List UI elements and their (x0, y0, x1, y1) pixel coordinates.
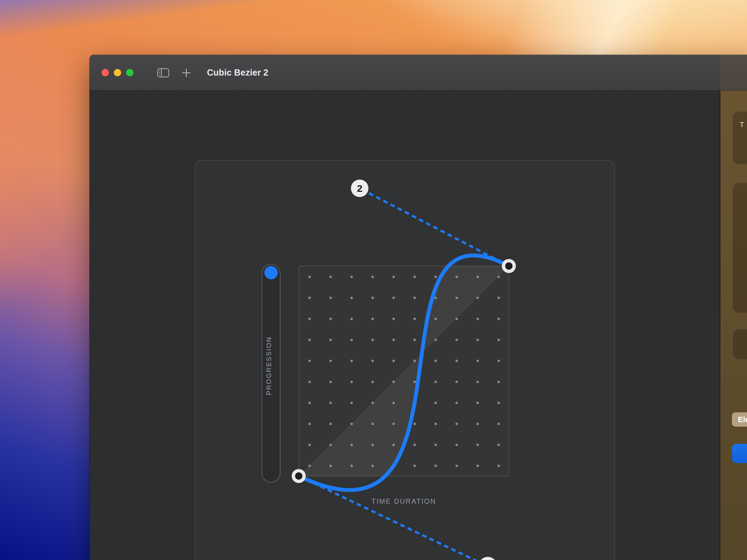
traffic-light-close[interactable] (102, 69, 109, 76)
grid-dot (477, 297, 479, 299)
app-window: Cubic Bezier 2 PROGRESSION (90, 55, 747, 560)
traffic-light-minimize[interactable] (114, 69, 121, 76)
grid-dot (372, 444, 374, 446)
grid-dot (498, 444, 500, 446)
grid-dot (414, 381, 416, 383)
grid-dot (309, 276, 311, 278)
grid-dot (498, 423, 500, 425)
grid-dot (330, 423, 332, 425)
grid-dot (372, 297, 374, 299)
grid-dot (330, 444, 332, 446)
grid-dot (477, 402, 479, 404)
progression-axis-label: PROGRESSION (265, 336, 272, 395)
grid-dot (372, 465, 374, 467)
plus-icon (181, 68, 192, 78)
grid-dot (435, 276, 437, 278)
grid-dot (456, 297, 458, 299)
grid-dot (456, 360, 458, 362)
progression-slider[interactable]: PROGRESSION (262, 264, 280, 482)
grid-dot (330, 402, 332, 404)
desktop-wallpaper: Cubic Bezier 2 PROGRESSION (0, 0, 747, 560)
grid-dot (414, 339, 416, 341)
grid-dot (435, 423, 437, 425)
grid-dot (435, 402, 437, 404)
grid-dot (372, 381, 374, 383)
grid-dot (351, 444, 353, 446)
progression-indicator[interactable] (264, 266, 278, 279)
window-title: Cubic Bezier 2 (207, 68, 268, 78)
grid-dot (414, 360, 416, 362)
grid-dot (435, 465, 437, 467)
grid-dot (351, 423, 353, 425)
grid-dot (330, 465, 332, 467)
grid-dot (393, 339, 395, 341)
grid-dot (477, 423, 479, 425)
grid-dot (393, 276, 395, 278)
control-handle-2[interactable]: 2 (351, 180, 368, 197)
inspector-card-2[interactable] (733, 183, 747, 313)
curve-grid (299, 255, 509, 490)
grid-dot (477, 360, 479, 362)
sidebar-toggle-icon (157, 68, 170, 78)
grid-dot (456, 339, 458, 341)
grid-dot (477, 339, 479, 341)
grid-dot (414, 465, 416, 467)
grid-dot (498, 402, 500, 404)
traffic-light-zoom[interactable] (126, 69, 133, 76)
grid-dot (414, 423, 416, 425)
grid-dot (393, 423, 395, 425)
grid-dot (435, 297, 437, 299)
grid-dot (456, 465, 458, 467)
anchor-point-start[interactable] (292, 469, 306, 483)
grid-dot (393, 444, 395, 446)
inspector-panel: T Ele (720, 91, 747, 560)
element-chip[interactable]: Ele (732, 412, 747, 427)
grid-dot (477, 465, 479, 467)
grid-dot (435, 339, 437, 341)
grid-dot (330, 339, 332, 341)
grid-dot (309, 423, 311, 425)
grid-dot (372, 423, 374, 425)
grid-dot (372, 360, 374, 362)
grid-dot (372, 318, 374, 320)
inspector-card-1[interactable]: T (733, 111, 747, 164)
grid-dot (477, 381, 479, 383)
grid-dot (393, 318, 395, 320)
grid-dot (498, 360, 500, 362)
grid-dot (435, 381, 437, 383)
grid-dot (309, 339, 311, 341)
inspector-card-3[interactable] (733, 329, 747, 359)
grid-dot (309, 381, 311, 383)
grid-dot (435, 444, 437, 446)
grid-dot (456, 402, 458, 404)
grid-dot (330, 318, 332, 320)
grid-dot (456, 318, 458, 320)
grid-dot (435, 360, 437, 362)
grid-dot (414, 297, 416, 299)
grid-dot (498, 381, 500, 383)
grid-dot (351, 339, 353, 341)
add-button[interactable] (181, 68, 192, 78)
sidebar-toggle-button[interactable] (157, 68, 170, 78)
grid-dot (393, 402, 395, 404)
time-duration-axis-label: TIME DURATION (372, 497, 436, 505)
grid-dot (351, 276, 353, 278)
anchor-point-end[interactable] (502, 259, 516, 273)
grid-dot (498, 297, 500, 299)
editor-area: PROGRESSION (90, 91, 747, 560)
grid-dot (309, 444, 311, 446)
grid-dot (372, 339, 374, 341)
grid-dot (309, 465, 311, 467)
grid-dot (498, 465, 500, 467)
primary-action-button[interactable] (732, 444, 747, 463)
grid-dot (351, 360, 353, 362)
grid-dot (309, 360, 311, 362)
grid-dot (309, 402, 311, 404)
grid-dot (330, 381, 332, 383)
title-bar[interactable]: Cubic Bezier 2 (90, 55, 747, 91)
grid-dot (351, 318, 353, 320)
bezier-editor-canvas: PROGRESSION (90, 91, 747, 560)
inspector-card-1-text: T (733, 111, 747, 129)
grid-dot (309, 297, 311, 299)
grid-dot (330, 360, 332, 362)
